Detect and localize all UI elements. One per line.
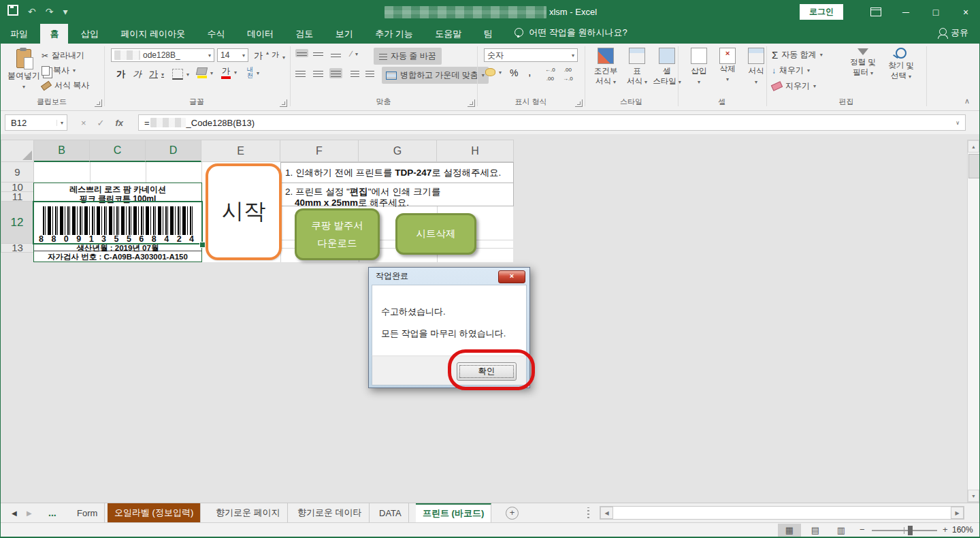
tab-help[interactable]: 도움말	[425, 24, 471, 44]
tab-data[interactable]: 데이터	[238, 24, 283, 44]
comma-style-button[interactable]: ,	[528, 66, 531, 78]
selected-cell-b12[interactable]	[33, 201, 203, 244]
top-align-button[interactable]	[295, 49, 308, 57]
row-header-12[interactable]: 12	[1, 202, 34, 244]
vertical-scrollbar[interactable]: ▲ ▼	[967, 140, 980, 503]
row-header-13[interactable]: 13	[1, 244, 34, 253]
insert-cells-button[interactable]: 삽입▾	[683, 48, 715, 86]
column-header-f[interactable]: F	[280, 140, 359, 162]
name-box[interactable]: B12 ▾	[5, 114, 67, 131]
share-button[interactable]: 공유	[939, 27, 968, 39]
copy-button[interactable]: 복사 ▾	[42, 65, 76, 76]
bold-button[interactable]: 가	[116, 68, 125, 80]
decrease-decimal-button[interactable]: .00→.0	[563, 67, 573, 82]
scroll-up-icon[interactable]: ▲	[968, 140, 979, 153]
redo-icon[interactable]: ↷	[46, 6, 54, 17]
tab-home[interactable]: 홈	[40, 24, 68, 44]
tab-formulas[interactable]: 수식	[197, 24, 234, 44]
column-header-h[interactable]: H	[437, 140, 514, 162]
zoom-in-button[interactable]: +	[943, 524, 948, 535]
name-box-dropdown-icon[interactable]: ▾	[56, 120, 67, 126]
zoom-slider-track[interactable]	[872, 530, 937, 531]
zoom-level[interactable]: 160%	[952, 525, 973, 535]
font-color-button[interactable]: 가 ▾	[221, 67, 237, 79]
format-as-table-button[interactable]: 표서식 ▾	[621, 48, 653, 86]
middle-align-button[interactable]	[313, 50, 323, 56]
minimize-button[interactable]: ─	[891, 0, 921, 24]
find-select-button[interactable]: 찾기 및선택 ▾	[883, 48, 919, 80]
sheet-tab-print-barcode[interactable]: 프린트 (바코드)	[416, 503, 491, 522]
column-header-b[interactable]: B	[34, 140, 90, 162]
vertical-scroll-thumb[interactable]	[968, 154, 980, 178]
login-button[interactable]: 로그인	[800, 4, 843, 20]
clear-button[interactable]: 지우기 ▾	[772, 80, 816, 92]
column-header-c[interactable]: C	[90, 140, 146, 162]
enter-icon[interactable]: ✓	[97, 118, 105, 128]
underline-button[interactable]: 가▾	[149, 68, 164, 80]
sheet-nav-right-icon[interactable]: ▶	[27, 503, 32, 522]
decrease-font-button[interactable]: 가▾	[272, 50, 285, 60]
wrap-text-button[interactable]: 자동 줄 바꿈	[374, 48, 442, 65]
tab-file[interactable]: 파일	[1, 24, 37, 44]
collapse-ribbon-button[interactable]: ∧	[964, 97, 970, 106]
horizontal-scrollbar[interactable]: ◀ ▶	[600, 506, 964, 520]
column-header-d[interactable]: D	[146, 140, 201, 162]
format-painter-button[interactable]: 서식 복사	[42, 80, 89, 91]
zoom-slider-thumb[interactable]	[908, 526, 913, 535]
delete-sheet-button[interactable]: 시트삭제	[395, 213, 476, 255]
column-header-e[interactable]: E	[201, 140, 280, 162]
clipboard-dialog-launcher[interactable]	[95, 99, 102, 107]
close-button[interactable]: ×	[951, 0, 980, 24]
sort-filter-button[interactable]: 정렬 및필터 ▾	[845, 48, 881, 77]
zoom-out-button[interactable]: −	[860, 524, 865, 535]
scroll-down-icon[interactable]: ▼	[968, 490, 979, 502]
row-header-10[interactable]: 10	[1, 183, 34, 192]
fill-button[interactable]: ↓ 채우기 ▾	[772, 65, 810, 76]
number-format-combo[interactable]: 숫자 ▾	[484, 48, 578, 62]
number-dialog-launcher[interactable]	[575, 99, 583, 107]
accounting-format-button[interactable]: ▾	[485, 68, 502, 76]
cancel-icon[interactable]: ×	[81, 118, 86, 128]
align-center-button[interactable]	[313, 69, 323, 77]
tab-review[interactable]: 검토	[286, 24, 323, 44]
percent-style-button[interactable]: %	[510, 67, 518, 78]
maximize-button[interactable]: □	[921, 0, 951, 24]
phonetic-button[interactable]: 내천 ▾	[247, 67, 259, 80]
undo-icon[interactable]: ↶	[28, 6, 36, 17]
cut-button[interactable]: ✂ 잘라내기	[42, 50, 84, 61]
row-header-9[interactable]: 9	[1, 162, 34, 183]
tab-page-layout[interactable]: 페이지 레이아웃	[111, 24, 195, 44]
decrease-indent-button[interactable]	[350, 69, 359, 77]
ok-button[interactable]: 확인	[457, 362, 517, 381]
column-header-g[interactable]: G	[359, 140, 437, 162]
fill-handle[interactable]	[199, 242, 206, 248]
tab-insert[interactable]: 삽입	[71, 24, 108, 44]
sheet-tab-fragrant-page[interactable]: 향기로운 페이지	[209, 503, 288, 522]
select-all-corner[interactable]	[1, 140, 34, 162]
increase-font-button[interactable]: 가▴	[254, 50, 269, 62]
hscroll-left-icon[interactable]: ◀	[600, 507, 613, 519]
hscroll-right-icon[interactable]: ▶	[951, 507, 964, 519]
save-icon[interactable]	[7, 5, 18, 18]
merge-center-button[interactable]: 병합하고 가운데 맞춤 ▾	[382, 67, 489, 84]
increase-decimal-button[interactable]: ←.0.00	[545, 67, 555, 82]
sheet-tab-data[interactable]: DATA	[372, 503, 409, 522]
ribbon-display-options-icon[interactable]	[861, 0, 891, 24]
tab-view[interactable]: 보기	[326, 24, 363, 44]
sheet-tab-form[interactable]: Form	[70, 503, 105, 522]
page-layout-view-icon[interactable]: ▤	[804, 524, 827, 537]
add-sheet-icon[interactable]: +	[506, 507, 519, 520]
tell-me-box[interactable]: 어떤 작업을 원하시나요?	[514, 27, 627, 39]
font-size-combo[interactable]: 14 ▾	[217, 48, 248, 62]
paste-button[interactable]: 붙여넣기 ▾	[7, 49, 40, 90]
italic-button[interactable]: 가	[133, 68, 142, 80]
dialog-close-button[interactable]: ×	[498, 270, 525, 283]
start-shape-button[interactable]: 시작	[206, 163, 282, 260]
alignment-dialog-launcher[interactable]	[468, 99, 475, 107]
bottom-align-button[interactable]	[331, 52, 341, 57]
font-dialog-launcher[interactable]	[280, 99, 287, 107]
formula-input[interactable]: = _Code128B(B13) ∨	[138, 114, 966, 131]
coupang-download-button[interactable]: 쿠팡 발주서 다운로드	[295, 208, 380, 260]
normal-view-icon[interactable]: ▦	[778, 524, 801, 537]
conditional-formatting-button[interactable]: 조건부서식 ▾	[590, 48, 621, 86]
